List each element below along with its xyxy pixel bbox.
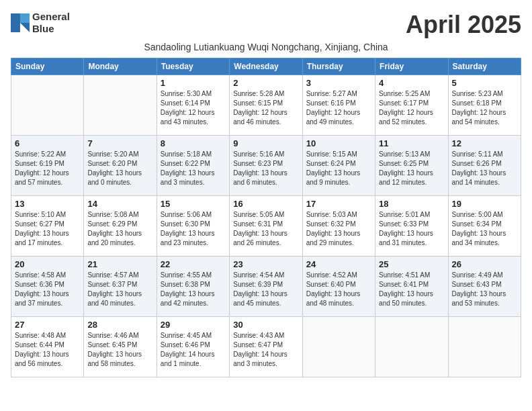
day-info: Sunrise: 5:06 AM Sunset: 6:30 PM Dayligh… bbox=[161, 210, 226, 248]
calendar-cell: 21Sunrise: 4:57 AM Sunset: 6:37 PM Dayli… bbox=[84, 257, 157, 317]
calendar-cell: 4Sunrise: 5:25 AM Sunset: 6:17 PM Daylig… bbox=[375, 75, 448, 136]
calendar-cell bbox=[375, 317, 448, 377]
calendar-cell: 27Sunrise: 4:48 AM Sunset: 6:44 PM Dayli… bbox=[11, 317, 84, 377]
calendar-cell: 19Sunrise: 5:00 AM Sunset: 6:34 PM Dayli… bbox=[448, 196, 521, 257]
day-info: Sunrise: 4:54 AM Sunset: 6:39 PM Dayligh… bbox=[233, 271, 298, 308]
day-info: Sunrise: 5:03 AM Sunset: 6:32 PM Dayligh… bbox=[306, 210, 371, 248]
week-row-3: 13Sunrise: 5:10 AM Sunset: 6:27 PM Dayli… bbox=[11, 196, 521, 257]
calendar-cell: 23Sunrise: 4:54 AM Sunset: 6:39 PM Dayli… bbox=[230, 257, 302, 317]
svg-rect-0 bbox=[11, 13, 20, 32]
calendar-cell: 16Sunrise: 5:05 AM Sunset: 6:31 PM Dayli… bbox=[230, 196, 302, 257]
calendar-cell: 14Sunrise: 5:08 AM Sunset: 6:29 PM Dayli… bbox=[84, 196, 157, 257]
day-info: Sunrise: 5:11 AM Sunset: 6:26 PM Dayligh… bbox=[452, 150, 517, 187]
day-number: 8 bbox=[161, 138, 226, 148]
calendar-cell: 1Sunrise: 5:30 AM Sunset: 6:14 PM Daylig… bbox=[157, 75, 229, 136]
day-number: 6 bbox=[15, 138, 80, 148]
day-info: Sunrise: 5:10 AM Sunset: 6:27 PM Dayligh… bbox=[15, 210, 80, 248]
day-info: Sunrise: 5:08 AM Sunset: 6:29 PM Dayligh… bbox=[87, 210, 152, 248]
calendar-cell: 15Sunrise: 5:06 AM Sunset: 6:30 PM Dayli… bbox=[157, 196, 229, 257]
day-info: Sunrise: 5:30 AM Sunset: 6:14 PM Dayligh… bbox=[161, 89, 226, 127]
day-number: 17 bbox=[306, 199, 371, 209]
calendar-cell: 10Sunrise: 5:15 AM Sunset: 6:24 PM Dayli… bbox=[302, 136, 375, 196]
day-number: 21 bbox=[87, 259, 152, 269]
day-number: 27 bbox=[15, 320, 80, 330]
calendar-cell bbox=[84, 75, 157, 136]
day-number: 4 bbox=[379, 78, 444, 88]
month-title: April 2025 bbox=[406, 11, 521, 39]
calendar-cell bbox=[448, 317, 521, 377]
day-info: Sunrise: 4:43 AM Sunset: 6:47 PM Dayligh… bbox=[233, 331, 298, 369]
calendar-cell: 11Sunrise: 5:13 AM Sunset: 6:25 PM Dayli… bbox=[375, 136, 448, 196]
day-info: Sunrise: 5:28 AM Sunset: 6:15 PM Dayligh… bbox=[233, 89, 298, 127]
day-number: 19 bbox=[452, 199, 517, 209]
day-number: 24 bbox=[306, 259, 371, 269]
day-number: 18 bbox=[379, 199, 444, 209]
day-number: 7 bbox=[87, 138, 152, 148]
day-number: 28 bbox=[87, 320, 152, 330]
day-number: 14 bbox=[87, 199, 152, 209]
calendar-cell: 2Sunrise: 5:28 AM Sunset: 6:15 PM Daylig… bbox=[230, 75, 302, 136]
weekday-header-saturday: Saturday bbox=[448, 58, 521, 75]
day-info: Sunrise: 5:23 AM Sunset: 6:18 PM Dayligh… bbox=[452, 89, 517, 127]
weekday-header-row: SundayMondayTuesdayWednesdayThursdayFrid… bbox=[11, 58, 521, 75]
calendar-cell: 30Sunrise: 4:43 AM Sunset: 6:47 PM Dayli… bbox=[230, 317, 302, 377]
page-subtitle: Sandaoling Lutiankuang Wuqi Nongchang, X… bbox=[11, 42, 521, 52]
calendar-cell: 5Sunrise: 5:23 AM Sunset: 6:18 PM Daylig… bbox=[448, 75, 521, 136]
calendar-cell: 26Sunrise: 4:49 AM Sunset: 6:43 PM Dayli… bbox=[448, 257, 521, 317]
logo: General Blue bbox=[11, 11, 70, 35]
week-row-2: 6Sunrise: 5:22 AM Sunset: 6:19 PM Daylig… bbox=[11, 136, 521, 196]
logo-icon bbox=[11, 13, 30, 32]
day-number: 9 bbox=[233, 138, 298, 148]
svg-rect-1 bbox=[20, 13, 30, 23]
week-row-4: 20Sunrise: 4:58 AM Sunset: 6:36 PM Dayli… bbox=[11, 257, 521, 317]
week-row-5: 27Sunrise: 4:48 AM Sunset: 6:44 PM Dayli… bbox=[11, 317, 521, 377]
day-info: Sunrise: 5:18 AM Sunset: 6:22 PM Dayligh… bbox=[161, 150, 226, 187]
day-info: Sunrise: 4:45 AM Sunset: 6:46 PM Dayligh… bbox=[161, 331, 226, 369]
calendar-cell: 29Sunrise: 4:45 AM Sunset: 6:46 PM Dayli… bbox=[157, 317, 229, 377]
day-info: Sunrise: 4:58 AM Sunset: 6:36 PM Dayligh… bbox=[15, 271, 80, 308]
day-number: 22 bbox=[161, 259, 226, 269]
calendar-cell bbox=[302, 317, 375, 377]
weekday-header-wednesday: Wednesday bbox=[230, 58, 302, 75]
calendar-cell: 13Sunrise: 5:10 AM Sunset: 6:27 PM Dayli… bbox=[11, 196, 84, 257]
svg-marker-2 bbox=[20, 23, 30, 32]
day-number: 23 bbox=[233, 259, 298, 269]
day-info: Sunrise: 5:15 AM Sunset: 6:24 PM Dayligh… bbox=[306, 150, 371, 187]
day-number: 26 bbox=[452, 259, 517, 269]
day-info: Sunrise: 5:27 AM Sunset: 6:16 PM Dayligh… bbox=[306, 89, 371, 127]
day-number: 5 bbox=[452, 78, 517, 88]
weekday-header-thursday: Thursday bbox=[302, 58, 375, 75]
day-number: 16 bbox=[233, 199, 298, 209]
day-info: Sunrise: 5:01 AM Sunset: 6:33 PM Dayligh… bbox=[379, 210, 444, 248]
day-info: Sunrise: 5:22 AM Sunset: 6:19 PM Dayligh… bbox=[15, 150, 80, 187]
calendar-cell: 9Sunrise: 5:16 AM Sunset: 6:23 PM Daylig… bbox=[230, 136, 302, 196]
day-info: Sunrise: 5:00 AM Sunset: 6:34 PM Dayligh… bbox=[452, 210, 517, 248]
day-info: Sunrise: 4:49 AM Sunset: 6:43 PM Dayligh… bbox=[452, 271, 517, 308]
day-info: Sunrise: 4:52 AM Sunset: 6:40 PM Dayligh… bbox=[306, 271, 371, 308]
day-info: Sunrise: 5:25 AM Sunset: 6:17 PM Dayligh… bbox=[379, 89, 444, 127]
calendar-cell: 18Sunrise: 5:01 AM Sunset: 6:33 PM Dayli… bbox=[375, 196, 448, 257]
calendar-cell: 6Sunrise: 5:22 AM Sunset: 6:19 PM Daylig… bbox=[11, 136, 84, 196]
calendar-cell: 28Sunrise: 4:46 AM Sunset: 6:45 PM Dayli… bbox=[84, 317, 157, 377]
weekday-header-sunday: Sunday bbox=[11, 58, 84, 75]
page-header: General Blue April 2025 bbox=[11, 11, 521, 39]
day-info: Sunrise: 5:05 AM Sunset: 6:31 PM Dayligh… bbox=[233, 210, 298, 248]
day-info: Sunrise: 4:51 AM Sunset: 6:41 PM Dayligh… bbox=[379, 271, 444, 308]
day-info: Sunrise: 5:16 AM Sunset: 6:23 PM Dayligh… bbox=[233, 150, 298, 187]
day-number: 29 bbox=[161, 320, 226, 330]
day-number: 13 bbox=[15, 199, 80, 209]
day-number: 12 bbox=[452, 138, 517, 148]
day-number: 11 bbox=[379, 138, 444, 148]
day-number: 25 bbox=[379, 259, 444, 269]
calendar-cell: 22Sunrise: 4:55 AM Sunset: 6:38 PM Dayli… bbox=[157, 257, 229, 317]
calendar-cell: 25Sunrise: 4:51 AM Sunset: 6:41 PM Dayli… bbox=[375, 257, 448, 317]
day-number: 15 bbox=[161, 199, 226, 209]
day-number: 3 bbox=[306, 78, 371, 88]
day-info: Sunrise: 4:55 AM Sunset: 6:38 PM Dayligh… bbox=[161, 271, 226, 308]
day-number: 30 bbox=[233, 320, 298, 330]
calendar-cell: 3Sunrise: 5:27 AM Sunset: 6:16 PM Daylig… bbox=[302, 75, 375, 136]
calendar-cell: 20Sunrise: 4:58 AM Sunset: 6:36 PM Dayli… bbox=[11, 257, 84, 317]
day-info: Sunrise: 4:46 AM Sunset: 6:45 PM Dayligh… bbox=[87, 331, 152, 369]
calendar-cell: 12Sunrise: 5:11 AM Sunset: 6:26 PM Dayli… bbox=[448, 136, 521, 196]
week-row-1: 1Sunrise: 5:30 AM Sunset: 6:14 PM Daylig… bbox=[11, 75, 521, 136]
